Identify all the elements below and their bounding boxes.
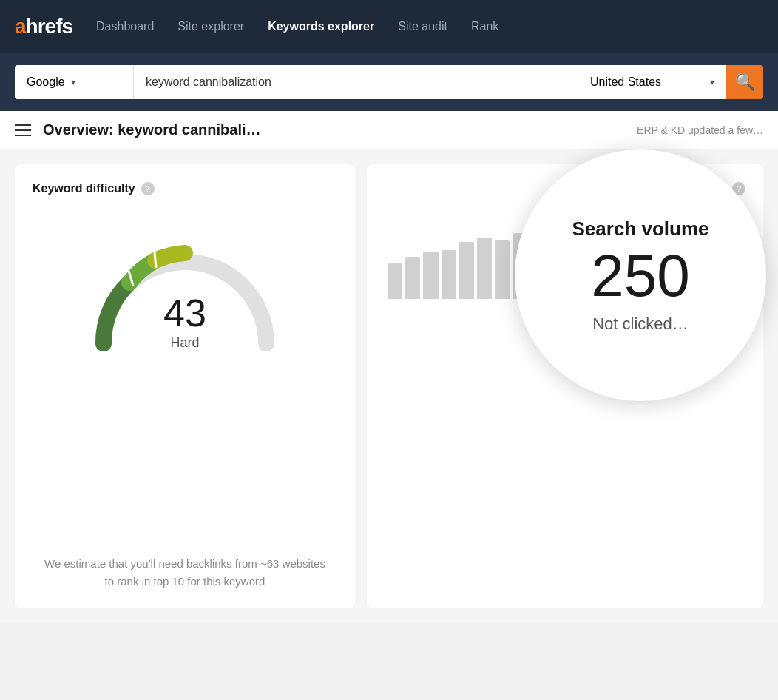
nav-site-audit[interactable]: Site audit [398, 20, 447, 33]
sv-popup-title: Search volume [572, 218, 709, 240]
svg-line-1 [155, 252, 156, 268]
page-title: Overview: keyword cannibali… [43, 121, 261, 138]
chart-bar [495, 240, 510, 299]
hamburger-line-1 [15, 124, 31, 126]
search-icon: 🔍 [735, 73, 755, 92]
search-engine-select[interactable]: Google ▾ [15, 65, 133, 99]
keyword-input[interactable] [133, 65, 578, 99]
page-header: Overview: keyword cannibali… ERP & KD up… [0, 111, 778, 149]
chart-bar [405, 257, 420, 299]
nav-bar: ahrefs Dashboard Site explorer Keywords … [0, 0, 778, 53]
sv-popup: Search volume 250 Not clicked… [515, 149, 766, 401]
sv-popup-value: 250 [591, 246, 689, 306]
hamburger-line-3 [15, 135, 31, 136]
search-bar: Google ▾ United States ▾ 🔍 [0, 53, 778, 111]
kd-value: 43 [163, 294, 206, 332]
menu-button[interactable] [15, 124, 31, 136]
search-button[interactable]: 🔍 [726, 65, 763, 99]
content-area: Overview: keyword cannibali… ERP & KD up… [0, 111, 778, 623]
gauge-container: 43 Hard [89, 218, 281, 351]
kd-description: We estimate that you'll need backlinks f… [33, 555, 337, 590]
nav-dashboard[interactable]: Dashboard [96, 20, 154, 33]
nav-site-explorer[interactable]: Site explorer [177, 20, 244, 33]
chart-bar [477, 238, 492, 299]
hamburger-line-2 [15, 129, 31, 131]
logo-a: a [15, 15, 26, 38]
chart-bar [442, 250, 456, 299]
search-engine-label: Google [27, 75, 65, 89]
chart-bar [388, 263, 402, 300]
update-notice: ERP & KD updated a few… [637, 124, 763, 136]
country-chevron-icon: ▾ [710, 77, 714, 87]
engine-chevron-icon: ▾ [71, 77, 75, 87]
kd-difficulty-label: Hard [163, 335, 206, 351]
kd-info-icon[interactable]: ? [141, 182, 155, 195]
kd-label: Keyword difficulty [33, 182, 135, 195]
kd-card-header: Keyword difficulty ? [33, 182, 337, 195]
kd-card: Keyword difficulty ? [15, 164, 355, 608]
page-header-left: Overview: keyword cannibali… [15, 121, 261, 138]
chart-bar [423, 252, 438, 299]
nav-rank[interactable]: Rank [471, 20, 498, 33]
logo[interactable]: ahrefs [15, 15, 72, 38]
logo-hrefs: hrefs [26, 15, 72, 38]
nav-keywords-explorer[interactable]: Keywords explorer [268, 20, 374, 33]
country-label: United States [590, 75, 661, 89]
gauge-center: 43 Hard [163, 294, 206, 351]
sv-popup-sub: Not clicked… [592, 314, 689, 334]
cards-row: Keyword difficulty ? [0, 149, 778, 623]
country-select[interactable]: United States ▾ [578, 65, 726, 99]
chart-bar [459, 242, 474, 299]
sv-card: RR 1.14 ? CPS 0.65 ? Trend not available… [367, 164, 763, 608]
